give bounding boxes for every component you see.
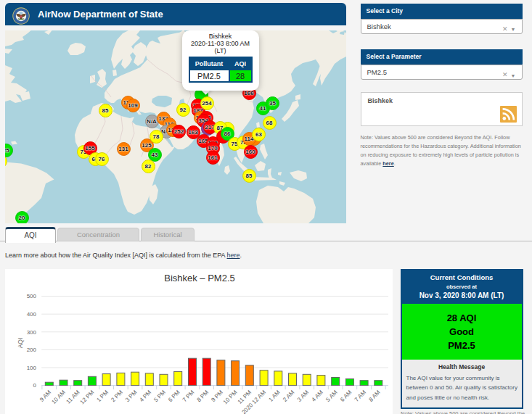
- svg-text:4 PM: 4 PM: [139, 389, 153, 403]
- svg-text:8 PM: 8 PM: [196, 389, 210, 403]
- svg-text:10 AM: 10 AM: [51, 389, 67, 405]
- svg-text:500: 500: [27, 293, 37, 299]
- svg-text:10 PM: 10 PM: [222, 389, 239, 405]
- svg-text:400: 400: [27, 311, 37, 318]
- svg-text:4 AM: 4 AM: [311, 389, 324, 402]
- svg-text:1 PM: 1 PM: [95, 389, 110, 403]
- svg-text:8 AM: 8 AM: [367, 389, 381, 402]
- svg-text:0: 0: [33, 382, 37, 389]
- svg-text:6 AM: 6 AM: [339, 389, 353, 402]
- svg-text:AQI: AQI: [17, 338, 24, 349]
- svg-text:3 PM: 3 PM: [124, 389, 139, 403]
- svg-text:200: 200: [27, 347, 37, 353]
- svg-text:12 PM: 12 PM: [79, 389, 96, 405]
- svg-text:6 PM: 6 PM: [167, 389, 181, 403]
- svg-text:1 AM: 1 AM: [267, 389, 281, 402]
- svg-text:5 PM: 5 PM: [152, 389, 167, 403]
- svg-text:3 AM: 3 AM: [296, 389, 310, 402]
- svg-text:100: 100: [27, 365, 37, 371]
- svg-text:2 AM: 2 AM: [282, 389, 295, 402]
- svg-text:7 AM: 7 AM: [353, 389, 367, 402]
- svg-text:300: 300: [27, 329, 37, 336]
- svg-text:5 AM: 5 AM: [324, 389, 338, 402]
- svg-text:7 PM: 7 PM: [181, 389, 196, 403]
- svg-text:Bishkek – PM2.5: Bishkek – PM2.5: [164, 273, 235, 283]
- svg-text:11 AM: 11 AM: [65, 389, 81, 405]
- svg-text:2 PM: 2 PM: [110, 389, 124, 403]
